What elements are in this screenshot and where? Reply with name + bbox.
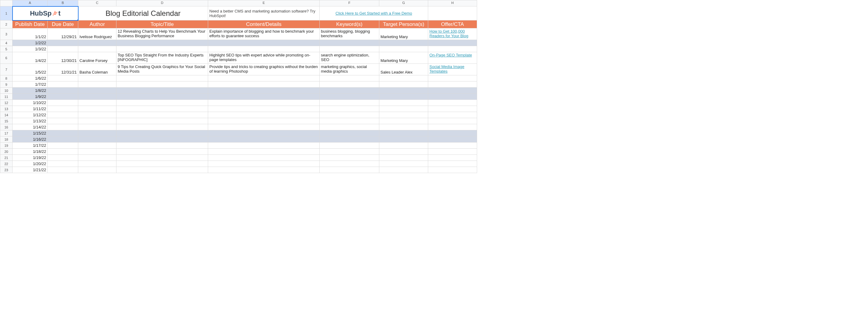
hdr-topic[interactable]: Topic/Title — [117, 21, 208, 28]
cell-due[interactable]: 12/29/21 — [48, 28, 78, 40]
cell-author[interactable] — [78, 143, 117, 149]
cell-keywords[interactable] — [320, 124, 379, 130]
cell-author[interactable] — [78, 75, 117, 81]
cell-due[interactable] — [48, 155, 78, 161]
cell-details[interactable] — [208, 149, 320, 155]
row-header-5[interactable]: 5 — [0, 46, 12, 52]
cell-keywords[interactable] — [320, 75, 379, 81]
cell-details[interactable] — [208, 75, 320, 81]
cell-cta[interactable] — [428, 75, 477, 81]
cell-keywords[interactable]: marketing graphics, social media graphic… — [320, 64, 379, 75]
row-header-1[interactable]: 1 — [0, 6, 12, 21]
cell-author[interactable] — [78, 130, 117, 136]
cta-link[interactable]: On-Page SEO Template — [429, 53, 472, 57]
cell-cta[interactable]: Social Media Image Templates — [428, 64, 477, 75]
cell-topic[interactable] — [117, 143, 208, 149]
row-header-12[interactable]: 12 — [0, 100, 12, 106]
cell-details[interactable] — [208, 130, 320, 136]
cell-cta[interactable] — [428, 136, 477, 143]
cell-due[interactable] — [48, 75, 78, 81]
cell-persona[interactable] — [379, 155, 428, 161]
cell-author[interactable] — [78, 167, 117, 173]
cell-publish[interactable]: 1/4/22 — [12, 52, 48, 64]
row-header-3[interactable]: 3 — [0, 28, 12, 40]
cell-cta[interactable] — [428, 161, 477, 167]
cell-author[interactable] — [78, 40, 117, 46]
cell-due[interactable] — [48, 94, 78, 100]
cell-H1[interactable] — [428, 6, 477, 21]
cell-keywords[interactable] — [320, 81, 379, 87]
cell-author[interactable] — [78, 81, 117, 87]
cell-publish[interactable]: 1/14/22 — [12, 124, 48, 130]
hdr-cta[interactable]: Offer/CTA — [428, 21, 477, 28]
row-header-23[interactable]: 23 — [0, 167, 12, 173]
cell-author[interactable] — [78, 149, 117, 155]
col-header-B[interactable]: B — [48, 0, 78, 6]
cell-due[interactable] — [48, 130, 78, 136]
cell-persona[interactable] — [379, 106, 428, 112]
cell-publish[interactable]: 1/6/22 — [12, 75, 48, 81]
hdr-details[interactable]: Content/Details — [208, 21, 320, 28]
cell-publish[interactable]: 1/13/22 — [12, 118, 48, 124]
cell-keywords[interactable] — [320, 94, 379, 100]
cell-details[interactable] — [208, 40, 320, 46]
cell-persona[interactable] — [379, 75, 428, 81]
selection-handle[interactable] — [77, 19, 78, 21]
row-header-4[interactable]: 4 — [0, 40, 12, 46]
cell-cta[interactable]: How to Get 100,000 Readers for Your Blog — [428, 28, 477, 40]
cell-due[interactable] — [48, 161, 78, 167]
promo-link[interactable]: Click Here to Get Started with a Free De… — [336, 11, 412, 15]
row-header-20[interactable]: 20 — [0, 149, 12, 155]
cell-topic[interactable] — [117, 87, 208, 94]
cell-keywords[interactable] — [320, 130, 379, 136]
cell-persona[interactable]: Marketing Mary — [379, 28, 428, 40]
spreadsheet-grid[interactable]: A B C D E F G H 1 HubSpt Blog Editorial … — [0, 0, 477, 173]
cell-author[interactable] — [78, 106, 117, 112]
cell-author[interactable]: Caroline Forsey — [78, 52, 117, 64]
cell-persona[interactable] — [379, 87, 428, 94]
cell-persona[interactable] — [379, 161, 428, 167]
cell-author[interactable] — [78, 87, 117, 94]
cell-author[interactable] — [78, 161, 117, 167]
cell-persona[interactable] — [379, 143, 428, 149]
cell-publish[interactable]: 1/2/22 — [12, 40, 48, 46]
select-all-corner[interactable] — [0, 0, 12, 6]
cell-keywords[interactable] — [320, 155, 379, 161]
cell-author[interactable]: Basha Coleman — [78, 64, 117, 75]
cell-author[interactable] — [78, 124, 117, 130]
cell-details[interactable] — [208, 143, 320, 149]
row-header-14[interactable]: 14 — [0, 112, 12, 118]
cell-keywords[interactable] — [320, 118, 379, 124]
cell-due[interactable] — [48, 112, 78, 118]
cell-details[interactable] — [208, 124, 320, 130]
cell-keywords[interactable] — [320, 167, 379, 173]
col-header-E[interactable]: E — [208, 0, 320, 6]
cell-due[interactable]: 12/30/21 — [48, 52, 78, 64]
cell-topic[interactable] — [117, 155, 208, 161]
cell-keywords[interactable] — [320, 136, 379, 143]
cell-topic[interactable] — [117, 149, 208, 155]
col-header-D[interactable]: D — [117, 0, 208, 6]
cell-topic[interactable] — [117, 167, 208, 173]
cell-persona[interactable] — [379, 149, 428, 155]
cell-keywords[interactable] — [320, 87, 379, 94]
cell-cta[interactable] — [428, 143, 477, 149]
cell-details[interactable] — [208, 46, 320, 52]
cell-cta[interactable] — [428, 124, 477, 130]
cell-keywords[interactable]: search engine optimization, SEO — [320, 52, 379, 64]
cell-due[interactable] — [48, 143, 78, 149]
row-header-2[interactable]: 2 — [0, 21, 12, 28]
cell-author[interactable] — [78, 136, 117, 143]
row-header-21[interactable]: 21 — [0, 155, 12, 161]
cell-cta[interactable] — [428, 100, 477, 106]
row-header-18[interactable]: 18 — [0, 136, 12, 143]
cell-author[interactable] — [78, 118, 117, 124]
hdr-persona[interactable]: Target Persona(s) — [379, 21, 428, 28]
cell-publish[interactable]: 1/9/22 — [12, 94, 48, 100]
cell-persona[interactable] — [379, 100, 428, 106]
cell-publish[interactable]: 1/21/22 — [12, 167, 48, 173]
cell-cta[interactable] — [428, 118, 477, 124]
cell-topic[interactable] — [117, 106, 208, 112]
cell-details[interactable] — [208, 118, 320, 124]
hdr-due-date[interactable]: Due Date — [48, 21, 78, 28]
